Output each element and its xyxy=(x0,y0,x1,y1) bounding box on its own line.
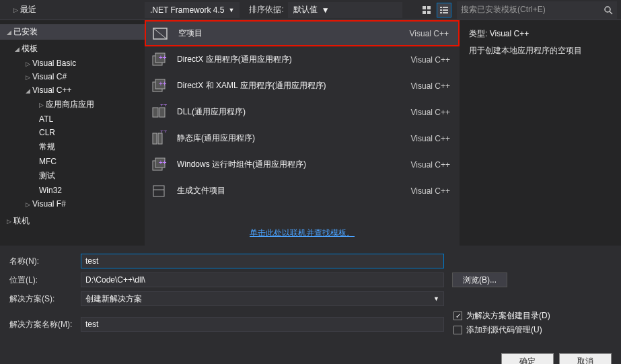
chevron-down-icon: ▼ xyxy=(433,295,439,302)
svg-rect-21 xyxy=(159,108,165,117)
svg-rect-9 xyxy=(443,12,448,13)
recent-node[interactable]: ▷最近 xyxy=(7,3,36,16)
template-description: 用于创建本地应用程序的空项目 xyxy=(469,45,612,57)
project-icon xyxy=(151,25,169,42)
svg-rect-20 xyxy=(153,108,158,117)
template-item[interactable]: ++ 静态库(通用应用程序)Visual C++ xyxy=(145,125,460,151)
project-icon: ++ xyxy=(150,77,168,95)
type-value: Visual C++ xyxy=(490,29,529,38)
svg-rect-1 xyxy=(427,6,431,9)
template-item[interactable]: 生成文件项目Visual C++ xyxy=(145,178,460,204)
template-item-empty[interactable]: 空项目Visual C++ xyxy=(145,20,460,46)
location-label: 位置(L): xyxy=(9,275,81,286)
svg-text:++: ++ xyxy=(160,104,167,108)
svg-rect-0 xyxy=(423,6,426,9)
tree-mfc[interactable]: MFC xyxy=(0,155,145,168)
tree-general[interactable]: 常规 xyxy=(0,139,145,155)
tree-store-app[interactable]: ▷应用商店应用 xyxy=(0,97,145,112)
svg-text:++: ++ xyxy=(160,131,167,135)
name-input[interactable] xyxy=(81,254,444,268)
installed-node[interactable]: ◢已安装 xyxy=(0,24,145,40)
project-icon: ++ xyxy=(150,104,168,121)
online-node[interactable]: ▷联机 xyxy=(0,213,145,229)
tree-clr[interactable]: CLR xyxy=(0,126,145,139)
chevron-down-icon: ▼ xyxy=(228,7,234,13)
template-list[interactable]: 空项目Visual C++ ++ DirectX 应用程序(通用应用程序)Vis… xyxy=(145,20,460,221)
create-dir-label: 为解决方案创建目录(D) xyxy=(466,310,550,322)
svg-rect-4 xyxy=(440,7,442,8)
name-label: 名称(N): xyxy=(9,256,81,267)
template-item[interactable]: ++ Windows 运行时组件(通用应用程序)Visual C++ xyxy=(145,151,460,178)
tree-vcsharp[interactable]: ▷Visual C# xyxy=(0,70,145,83)
template-item[interactable]: ++ DirectX 和 XAML 应用程序(通用应用程序)Visual C++ xyxy=(145,73,460,99)
tree-atl[interactable]: ATL xyxy=(0,112,145,126)
tree-vb[interactable]: ▷Visual Basic xyxy=(0,57,145,70)
svg-rect-23 xyxy=(153,133,157,144)
project-icon xyxy=(150,182,168,200)
svg-rect-29 xyxy=(153,186,164,196)
type-label: 类型: xyxy=(469,29,487,38)
tree-vcpp[interactable]: ◢Visual C++ xyxy=(0,83,145,97)
chevron-down-icon: ▼ xyxy=(322,5,330,15)
cancel-button[interactable]: 取消 xyxy=(559,353,612,364)
source-control-label: 添加到源代码管理(U) xyxy=(466,324,542,336)
svg-rect-24 xyxy=(158,133,162,144)
search-input[interactable]: 搜索已安装模板(Ctrl+E) xyxy=(457,1,617,19)
solution-select[interactable]: 创建新解决方案▼ xyxy=(81,291,444,306)
browse-button[interactable]: 浏览(B)... xyxy=(452,272,507,287)
search-icon xyxy=(604,5,613,15)
svg-text:++: ++ xyxy=(159,80,167,87)
project-icon: ++ xyxy=(150,130,168,147)
template-item[interactable]: ++ DirectX 应用程序(通用应用程序)Visual C++ xyxy=(145,46,460,73)
location-input[interactable] xyxy=(81,272,444,287)
svg-rect-8 xyxy=(440,12,442,13)
category-tree[interactable]: ◢已安装 ◢模板 ▷Visual Basic ▷Visual C# ◢Visua… xyxy=(0,20,145,246)
svg-rect-5 xyxy=(443,7,448,8)
view-list-icon[interactable] xyxy=(437,3,451,17)
svg-text:++: ++ xyxy=(159,159,167,166)
sort-label: 排序依据: xyxy=(245,4,287,15)
svg-rect-7 xyxy=(443,9,448,11)
solution-name-label: 解决方案名称(M): xyxy=(9,319,81,330)
tree-win32[interactable]: Win32 xyxy=(0,184,145,197)
project-icon: ++ xyxy=(150,156,168,174)
details-panel: 类型: Visual C++ 用于创建本地应用程序的空项目 xyxy=(460,20,621,246)
project-icon: ++ xyxy=(150,51,168,69)
solution-name-input[interactable] xyxy=(81,317,444,332)
ok-button[interactable]: 确定 xyxy=(501,353,554,364)
create-dir-checkbox[interactable] xyxy=(453,312,462,320)
view-large-icon[interactable] xyxy=(419,3,434,17)
svg-line-13 xyxy=(153,28,167,39)
svg-rect-3 xyxy=(427,11,431,14)
framework-select[interactable]: .NET Framework 4.5▼ xyxy=(145,2,240,18)
tree-vfsharp[interactable]: ▷Visual F# xyxy=(0,197,145,211)
templates-node[interactable]: ◢模板 xyxy=(0,41,145,57)
online-templates-link[interactable]: 单击此处以联机并查找模板。 xyxy=(145,221,460,246)
svg-rect-2 xyxy=(423,11,426,14)
svg-line-11 xyxy=(610,11,612,14)
svg-rect-6 xyxy=(440,9,442,11)
svg-text:++: ++ xyxy=(159,54,167,61)
solution-label: 解决方案(S): xyxy=(9,293,81,305)
tree-test[interactable]: 测试 xyxy=(0,168,145,184)
source-control-checkbox[interactable] xyxy=(453,326,462,334)
sort-select[interactable]: 默认值▼ xyxy=(288,2,402,18)
svg-point-10 xyxy=(605,7,610,12)
template-item[interactable]: ++ DLL(通用应用程序)Visual C++ xyxy=(145,99,460,125)
